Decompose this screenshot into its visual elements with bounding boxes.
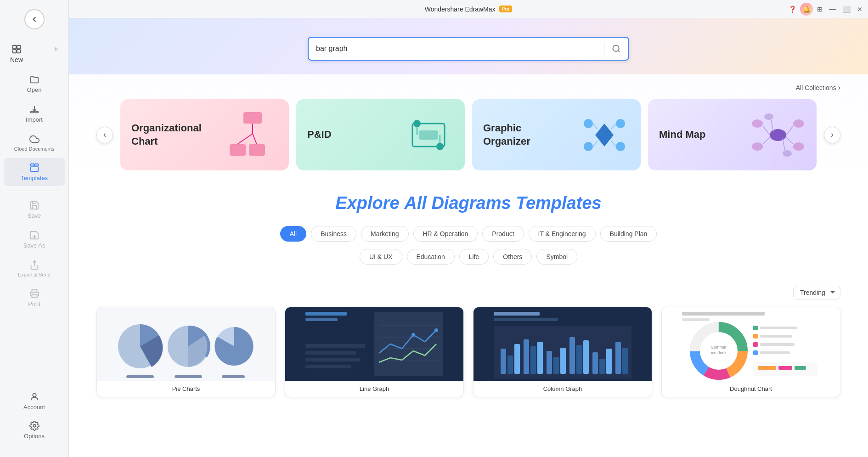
filter-tag-hr[interactable]: HR & Operation xyxy=(413,226,478,242)
sidebar-item-new[interactable]: New + xyxy=(4,39,65,68)
svg-line-18 xyxy=(253,134,257,144)
filter-tag-business[interactable]: Business xyxy=(311,226,356,242)
svg-line-46 xyxy=(783,138,785,150)
template-card-img-donut: Summer ice drink xyxy=(662,307,840,381)
help-icon[interactable]: ❓ xyxy=(789,6,796,13)
pro-badge: Pro xyxy=(499,6,513,12)
carousel-card-pid[interactable]: P&ID xyxy=(296,99,465,170)
svg-point-39 xyxy=(764,113,773,120)
svg-line-45 xyxy=(771,120,773,132)
back-button[interactable] xyxy=(24,9,45,29)
svg-point-11 xyxy=(33,424,36,427)
sidebar-item-import[interactable]: Import xyxy=(4,100,65,128)
filter-tag-building[interactable]: Building Plan xyxy=(600,226,657,242)
sidebar-label-import: Import xyxy=(26,116,43,123)
svg-rect-63 xyxy=(305,344,365,348)
svg-rect-98 xyxy=(753,326,758,330)
explore-title: Explore All Diagrams Templates xyxy=(96,193,840,213)
sidebar-item-options[interactable]: Options xyxy=(4,416,65,444)
template-card-bar[interactable]: Column Graph xyxy=(473,307,652,397)
svg-point-26 xyxy=(584,119,593,128)
sidebar-label-cloud: Cloud Documents xyxy=(14,146,54,152)
svg-rect-100 xyxy=(753,342,758,347)
search-input[interactable] xyxy=(309,45,604,53)
sidebar-item-templates[interactable]: Templates xyxy=(4,158,65,186)
svg-rect-4 xyxy=(30,112,38,113)
svg-rect-52 xyxy=(222,375,245,378)
apps-icon[interactable]: ⊞ xyxy=(817,6,823,13)
filter-tag-all[interactable]: All xyxy=(280,226,307,242)
carousel-card-org[interactable]: OrganizationalChart xyxy=(120,99,289,170)
svg-rect-50 xyxy=(126,375,154,378)
filter-tag-education[interactable]: Education xyxy=(407,249,455,265)
carousel-prev-button[interactable]: ‹ xyxy=(96,127,113,143)
filter-tag-symbol[interactable]: Symbol xyxy=(536,249,577,265)
sidebar-bottom: Account Options xyxy=(0,386,68,452)
close-button[interactable]: ✕ xyxy=(857,6,862,13)
filter-tag-others[interactable]: Others xyxy=(493,249,532,265)
explore-section: Explore All Diagrams Templates All Busin… xyxy=(69,175,868,281)
sidebar-item-account[interactable]: Account xyxy=(4,387,65,415)
template-grid: Pie Charts xyxy=(69,307,868,416)
content-area: All Collections › ‹ OrganizationalChart xyxy=(69,18,868,457)
svg-rect-56 xyxy=(374,312,443,376)
sidebar-label-save: Save xyxy=(28,212,41,219)
filter-tags-row2: UI & UX Education Life Others Symbol xyxy=(96,249,840,265)
svg-line-31 xyxy=(611,124,616,129)
svg-point-28 xyxy=(584,142,593,151)
filter-tag-marketing[interactable]: Marketing xyxy=(361,226,408,242)
carousel-next-button[interactable]: › xyxy=(824,127,840,143)
svg-point-37 xyxy=(752,142,763,151)
app-title: Wondershare EdrawMax Pro xyxy=(425,6,512,13)
svg-rect-1 xyxy=(17,45,20,49)
svg-rect-65 xyxy=(305,358,361,361)
svg-point-12 xyxy=(613,45,619,51)
minimize-button[interactable]: — xyxy=(829,5,836,13)
svg-rect-74 xyxy=(524,339,529,374)
sidebar-label-account: Account xyxy=(23,404,45,411)
template-card-img-pie xyxy=(97,307,275,381)
sidebar-item-save[interactable]: Save xyxy=(4,196,65,224)
sidebar-label-options: Options xyxy=(24,433,45,440)
sidebar-item-cloud[interactable]: Cloud Documents xyxy=(4,130,65,156)
template-card-label-donut: Doughnut Chart xyxy=(662,381,840,397)
template-card-donut[interactable]: Summer ice drink xyxy=(661,307,840,397)
all-collections-link[interactable]: All Collections › xyxy=(796,84,840,92)
filter-tag-life[interactable]: Life xyxy=(459,249,489,265)
svg-rect-83 xyxy=(592,352,598,374)
search-button[interactable] xyxy=(604,37,628,61)
carousel-card-mindmap[interactable]: Mind Map xyxy=(648,99,817,170)
filter-tag-ui[interactable]: UI & UX xyxy=(360,249,402,265)
sidebar-item-export[interactable]: Export & Send xyxy=(4,255,65,282)
svg-text:ice drink: ice drink xyxy=(711,350,727,355)
svg-line-43 xyxy=(763,137,770,144)
svg-text:Summer: Summer xyxy=(711,345,727,350)
svg-rect-99 xyxy=(753,334,758,339)
svg-rect-108 xyxy=(778,366,792,370)
template-card-img-bar xyxy=(473,307,652,381)
card-title-pid: P&ID xyxy=(307,128,332,141)
svg-rect-88 xyxy=(682,312,765,316)
sidebar-item-saveas[interactable]: Save As xyxy=(4,226,65,254)
notification-icon[interactable]: 🔔 xyxy=(803,6,811,13)
sort-select[interactable]: Trending Newest Popular xyxy=(793,286,840,299)
filter-tag-it[interactable]: IT & Engineering xyxy=(529,226,596,242)
sidebar-item-open[interactable]: Open xyxy=(4,70,65,98)
svg-rect-9 xyxy=(32,294,37,298)
svg-rect-102 xyxy=(760,327,797,329)
svg-rect-14 xyxy=(230,144,246,156)
svg-rect-51 xyxy=(175,375,202,378)
filter-tag-product[interactable]: Product xyxy=(482,226,524,242)
svg-rect-84 xyxy=(599,359,605,374)
svg-line-33 xyxy=(611,141,616,147)
svg-rect-0 xyxy=(13,45,16,49)
svg-rect-68 xyxy=(494,312,540,316)
restore-button[interactable]: ⬜ xyxy=(843,6,851,13)
card-title-org: OrganizationalChart xyxy=(131,122,202,148)
sidebar-item-print[interactable]: Print xyxy=(4,284,65,312)
carousel-card-graphic[interactable]: GraphicOrganizer xyxy=(472,99,641,170)
svg-rect-105 xyxy=(760,351,790,354)
card-title-graphic: GraphicOrganizer xyxy=(483,122,530,148)
template-card-pie[interactable]: Pie Charts xyxy=(96,307,276,397)
template-card-line[interactable]: Line Graph xyxy=(285,307,464,397)
